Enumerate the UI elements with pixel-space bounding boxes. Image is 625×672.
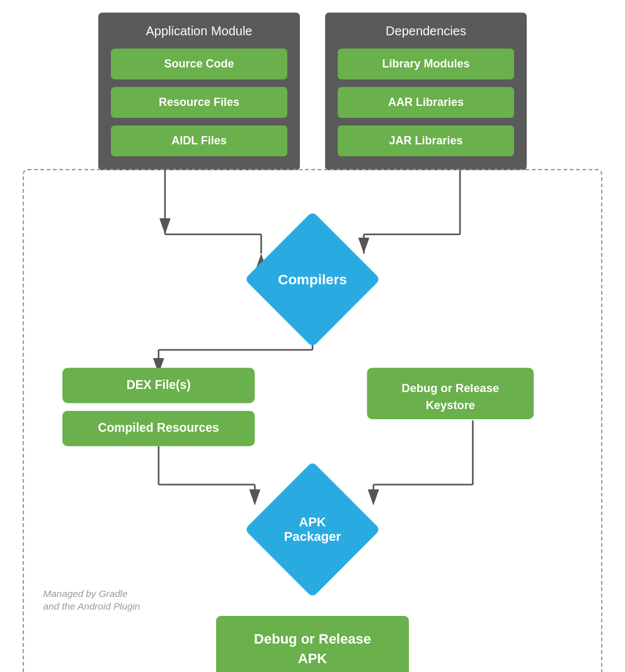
compilers-diamond-group: Compilers bbox=[244, 211, 381, 347]
svg-text:Debug or Release: Debug or Release bbox=[402, 381, 500, 395]
svg-text:and the Android Plugin: and the Android Plugin bbox=[43, 601, 140, 611]
application-module-box: Application Module Source Code Resource … bbox=[98, 13, 300, 170]
svg-text:DEX File(s): DEX File(s) bbox=[127, 378, 191, 391]
diagram-wrapper: Application Module Source Code Resource … bbox=[10, 0, 615, 672]
debug-release-apk-pill: Debug or ReleaseAPK bbox=[216, 616, 409, 672]
gradle-managed-section: Compilers DEX File(s) Compiled Resources… bbox=[23, 169, 602, 672]
dependencies-title: Dependencies bbox=[338, 24, 514, 38]
svg-text:Compiled Resources: Compiled Resources bbox=[98, 421, 219, 434]
library-modules-pill: Library Modules bbox=[338, 49, 514, 79]
top-section: Application Module Source Code Resource … bbox=[23, 13, 602, 170]
app-module-title: Application Module bbox=[111, 24, 287, 38]
source-code-pill: Source Code bbox=[111, 49, 287, 79]
svg-text:Compilers: Compilers bbox=[278, 272, 347, 287]
aidl-files-pill: AIDL Files bbox=[111, 125, 287, 156]
svg-text:Keystore: Keystore bbox=[426, 398, 475, 412]
svg-text:APK: APK bbox=[299, 515, 326, 529]
aar-libraries-pill: AAR Libraries bbox=[338, 87, 514, 118]
apk-packager-diamond-group: APK Packager bbox=[244, 461, 381, 598]
svg-text:Packager: Packager bbox=[284, 530, 341, 543]
dependencies-box: Dependencies Library Modules AAR Librari… bbox=[325, 13, 527, 170]
jar-libraries-pill: JAR Libraries bbox=[338, 125, 514, 156]
svg-text:Managed by Gradle: Managed by Gradle bbox=[43, 588, 128, 599]
resource-files-pill: Resource Files bbox=[111, 87, 287, 118]
flow-diagram-svg: Compilers DEX File(s) Compiled Resources… bbox=[24, 170, 601, 632]
